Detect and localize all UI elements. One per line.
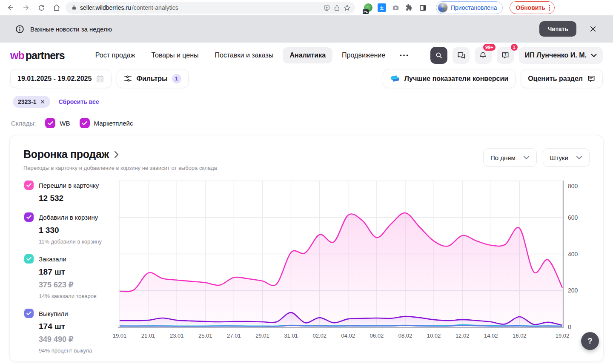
calendar-icon <box>96 75 104 83</box>
download-extension-icon[interactable] <box>377 3 387 12</box>
nav-item-promotion[interactable]: Продвижение <box>335 47 392 63</box>
svg-text:?: ? <box>504 52 506 57</box>
info-icon <box>15 25 24 34</box>
x-axis-label: 08.02 <box>398 332 412 339</box>
legend-item-ordered: Заказали 187 шт 375 623 ₽ 14% заказали т… <box>24 254 118 299</box>
legend-checkbox-redeemed[interactable] <box>24 309 34 318</box>
extensions-cluster: PL <box>364 3 427 12</box>
browser-forward-icon[interactable] <box>20 1 32 14</box>
banner-close-icon[interactable] <box>589 25 597 33</box>
legend-checkbox-add-to-cart[interactable] <box>24 212 34 222</box>
warehouse-marketplace-checkbox[interactable]: Маркетплейс <box>80 118 133 128</box>
search-button[interactable] <box>430 47 447 64</box>
notifications-button[interactable]: 99+ <box>475 47 492 64</box>
warehouses-label: Склады: <box>11 120 36 127</box>
browser-profile-chip[interactable]: Приостановлена <box>436 1 503 14</box>
banner-text: Важные новости за неделю <box>30 26 112 33</box>
browser-update-button[interactable]: Обновить <box>510 1 555 14</box>
legend-label: Перешли в карточку <box>39 182 99 189</box>
browser-menu-icon[interactable] <box>549 5 550 11</box>
bookmark-star-icon[interactable] <box>344 4 351 11</box>
browser-reload-icon[interactable] <box>35 1 48 14</box>
date-range-picker[interactable]: 19.01.2025 - 19.02.2025 <box>10 69 112 88</box>
reset-all-link[interactable]: Сбросить все <box>59 98 99 105</box>
chats-button[interactable] <box>453 47 470 64</box>
legend-money: 375 623 ₽ <box>39 280 118 289</box>
read-button[interactable]: Читать <box>539 21 576 37</box>
legend-label: Добавили в корзину <box>39 214 98 221</box>
unit-select[interactable]: Штуки <box>543 148 590 167</box>
share-icon[interactable] <box>334 4 340 11</box>
x-axis-label: 31.01 <box>284 332 298 339</box>
account-menu[interactable]: ИП Лунченко И. М. <box>519 47 603 64</box>
legend-sub: 11% добавили в корзину <box>39 238 118 245</box>
browser-back-icon[interactable] <box>4 1 17 14</box>
side-panel-icon[interactable] <box>418 3 427 12</box>
chevron-right-icon[interactable] <box>114 151 119 158</box>
period-select-value: По дням <box>490 154 516 161</box>
legend-checkbox-card-views[interactable] <box>24 181 34 190</box>
lock-icon <box>72 5 77 11</box>
y-axis: 8006004002000 <box>568 181 589 328</box>
nav-item-goods-prices[interactable]: Товары и цены <box>144 47 205 63</box>
warehouse-wb-label: WB <box>60 120 70 127</box>
url-host: seller.wildberries.ru <box>80 4 131 11</box>
profile-status-label: Приостановлена <box>451 4 497 11</box>
legend-value: 1 330 <box>39 226 118 235</box>
warehouse-wb-checkbox[interactable]: WB <box>45 118 70 128</box>
x-axis-label: 04.02 <box>341 332 355 339</box>
x-axis-label: 02.02 <box>312 332 327 339</box>
tag-remove-icon[interactable] <box>40 99 45 104</box>
x-axis-label: 29.01 <box>255 332 269 339</box>
conversion-layers-icon <box>390 74 400 83</box>
address-bar[interactable]: seller.wildberries.ru/content-analytics <box>66 2 355 14</box>
update-label: Обновить <box>516 4 545 11</box>
nav-item-sales-growth[interactable]: Рост продаж <box>89 47 142 63</box>
help-button[interactable]: ? 1 <box>497 47 514 64</box>
legend-value: 174 шт <box>39 322 118 331</box>
wb-partners-logo[interactable]: wb partners <box>10 49 65 62</box>
y-axis-label: 800 <box>568 183 578 189</box>
x-axis-label: 10.02 <box>427 332 441 339</box>
help-fab[interactable]: ? <box>581 332 599 350</box>
nav-item-analytics[interactable]: Аналитика <box>283 47 332 63</box>
filters-count-badge: 1 <box>172 74 181 83</box>
legend-checkbox-ordered[interactable] <box>24 254 34 264</box>
y-axis-label: 400 <box>568 251 578 258</box>
url-path: /content-analytics <box>132 4 178 11</box>
warehouses-row: Склады: WB Маркетплейс <box>0 108 613 128</box>
extensions-puzzle-icon[interactable] <box>404 3 414 12</box>
help-badge: 1 <box>511 44 518 51</box>
sliders-icon <box>124 75 132 82</box>
help-bubble-icon: ? <box>501 51 510 60</box>
browser-home-icon[interactable] <box>50 1 63 14</box>
x-axis-label: 25.01 <box>198 332 212 339</box>
more-menu-icon[interactable] <box>395 50 413 61</box>
funnel-chart-canvas[interactable] <box>118 181 564 328</box>
legend-item-redeemed: Выкупили 174 шт 349 490 ₽ 94% процент вы… <box>24 309 118 354</box>
sales-funnel-card: Воронка продаж Переходы в карточку и доб… <box>9 135 604 362</box>
logo-partners: partners <box>26 49 65 62</box>
nav-item-supplies-orders[interactable]: Поставки и заказы <box>208 47 281 63</box>
best-conversion-button[interactable]: Лучшие показатели конверсии <box>383 69 516 88</box>
legend-label: Заказали <box>39 255 66 263</box>
legend-money: 349 490 ₽ <box>39 335 118 344</box>
chat-icon <box>457 51 465 60</box>
install-icon[interactable] <box>323 5 330 11</box>
period-select[interactable]: По дням <box>483 148 537 167</box>
rate-section-button[interactable]: Оценить раздел <box>521 69 603 88</box>
y-axis-label: 200 <box>568 287 578 294</box>
active-filters-row: 2323-1 Сбросить все <box>0 88 613 108</box>
legend-item-card-views: Перешли в карточку 12 532 <box>24 181 118 203</box>
y-axis-label: 0 <box>568 324 571 330</box>
rate-section-label: Оценить раздел <box>528 75 583 83</box>
filter-tag[interactable]: 2323-1 <box>13 96 50 108</box>
translate-extension-icon[interactable]: PL <box>364 3 373 12</box>
x-axis-label: 19.02 <box>556 332 570 339</box>
x-axis-label: 06.02 <box>370 332 384 339</box>
screenshot-extension-icon[interactable] <box>391 3 400 12</box>
y-axis-label: 600 <box>568 214 578 221</box>
filters-button[interactable]: Фильтры 1 <box>117 69 188 88</box>
checkbox-checked-icon <box>80 118 90 128</box>
funnel-title: Воронка продаж <box>23 148 109 161</box>
